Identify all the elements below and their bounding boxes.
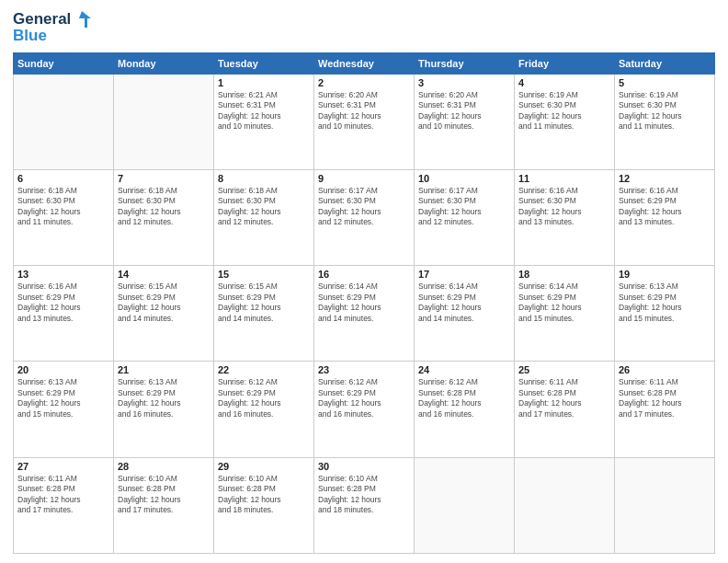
- day-info: Sunrise: 6:20 AM Sunset: 6:31 PM Dayligh…: [318, 90, 410, 132]
- page: General Blue SundayMondayTuesdayWednesda…: [0, 0, 728, 563]
- col-header-sunday: Sunday: [14, 52, 114, 74]
- calendar-cell: 14Sunrise: 6:15 AM Sunset: 6:29 PM Dayli…: [114, 266, 214, 362]
- col-header-thursday: Thursday: [415, 52, 515, 74]
- calendar-cell: 29Sunrise: 6:10 AM Sunset: 6:28 PM Dayli…: [214, 457, 314, 553]
- day-info: Sunrise: 6:11 AM Sunset: 6:28 PM Dayligh…: [17, 474, 109, 516]
- day-info: Sunrise: 6:10 AM Sunset: 6:28 PM Dayligh…: [218, 474, 310, 516]
- day-number: 28: [118, 461, 210, 472]
- col-header-wednesday: Wednesday: [314, 52, 415, 74]
- day-info: Sunrise: 6:14 AM Sunset: 6:29 PM Dayligh…: [518, 282, 610, 324]
- day-info: Sunrise: 6:18 AM Sunset: 6:30 PM Dayligh…: [218, 186, 310, 228]
- calendar-cell: 16Sunrise: 6:14 AM Sunset: 6:29 PM Dayli…: [314, 266, 415, 362]
- svg-marker-0: [79, 11, 91, 28]
- calendar-cell: 15Sunrise: 6:15 AM Sunset: 6:29 PM Dayli…: [214, 266, 314, 362]
- calendar-cell: 23Sunrise: 6:12 AM Sunset: 6:29 PM Dayli…: [314, 362, 415, 457]
- day-number: 7: [118, 173, 210, 184]
- calendar-week-row: 6Sunrise: 6:18 AM Sunset: 6:30 PM Daylig…: [14, 169, 715, 265]
- calendar-cell: 24Sunrise: 6:12 AM Sunset: 6:28 PM Dayli…: [415, 362, 515, 457]
- day-number: 15: [218, 269, 310, 280]
- header: General Blue: [13, 9, 715, 45]
- day-info: Sunrise: 6:12 AM Sunset: 6:29 PM Dayligh…: [218, 377, 310, 419]
- day-info: Sunrise: 6:14 AM Sunset: 6:29 PM Dayligh…: [418, 282, 510, 324]
- calendar-cell: 12Sunrise: 6:16 AM Sunset: 6:29 PM Dayli…: [615, 169, 715, 265]
- calendar-cell: 28Sunrise: 6:10 AM Sunset: 6:28 PM Dayli…: [114, 457, 214, 553]
- calendar-table: SundayMondayTuesdayWednesdayThursdayFrid…: [13, 52, 715, 554]
- logo-general: General: [13, 11, 71, 29]
- day-number: 9: [318, 173, 410, 184]
- calendar-week-row: 1Sunrise: 6:21 AM Sunset: 6:31 PM Daylig…: [14, 74, 715, 169]
- calendar-cell: 8Sunrise: 6:18 AM Sunset: 6:30 PM Daylig…: [214, 169, 314, 265]
- calendar-header-row: SundayMondayTuesdayWednesdayThursdayFrid…: [14, 52, 715, 74]
- day-info: Sunrise: 6:11 AM Sunset: 6:28 PM Dayligh…: [619, 377, 711, 419]
- day-number: 12: [619, 173, 711, 184]
- day-number: 5: [619, 77, 711, 88]
- col-header-friday: Friday: [515, 52, 615, 74]
- calendar-cell: 3Sunrise: 6:20 AM Sunset: 6:31 PM Daylig…: [415, 74, 515, 169]
- day-info: Sunrise: 6:17 AM Sunset: 6:30 PM Dayligh…: [418, 186, 510, 228]
- day-number: 27: [17, 461, 109, 472]
- calendar-cell: [615, 457, 715, 553]
- day-number: 25: [518, 364, 610, 375]
- day-info: Sunrise: 6:17 AM Sunset: 6:30 PM Dayligh…: [318, 186, 410, 228]
- calendar-cell: 19Sunrise: 6:13 AM Sunset: 6:29 PM Dayli…: [615, 266, 715, 362]
- day-info: Sunrise: 6:11 AM Sunset: 6:28 PM Dayligh…: [518, 377, 610, 419]
- logo: General Blue: [13, 9, 93, 45]
- calendar-cell: 26Sunrise: 6:11 AM Sunset: 6:28 PM Dayli…: [615, 362, 715, 457]
- logo-bird-icon: [73, 9, 93, 29]
- day-number: 20: [17, 364, 109, 375]
- logo-container: General Blue: [13, 9, 93, 45]
- day-info: Sunrise: 6:13 AM Sunset: 6:29 PM Dayligh…: [118, 377, 210, 419]
- day-number: 29: [218, 461, 310, 472]
- day-info: Sunrise: 6:12 AM Sunset: 6:28 PM Dayligh…: [418, 377, 510, 419]
- day-number: 10: [418, 173, 510, 184]
- day-info: Sunrise: 6:16 AM Sunset: 6:29 PM Dayligh…: [619, 186, 711, 228]
- day-number: 1: [218, 77, 310, 88]
- day-number: 8: [218, 173, 310, 184]
- day-number: 16: [318, 269, 410, 280]
- col-header-monday: Monday: [114, 52, 214, 74]
- day-number: 14: [118, 269, 210, 280]
- day-info: Sunrise: 6:15 AM Sunset: 6:29 PM Dayligh…: [118, 282, 210, 324]
- calendar-cell: 21Sunrise: 6:13 AM Sunset: 6:29 PM Dayli…: [114, 362, 214, 457]
- day-number: 11: [518, 173, 610, 184]
- day-info: Sunrise: 6:19 AM Sunset: 6:30 PM Dayligh…: [619, 90, 711, 132]
- day-info: Sunrise: 6:13 AM Sunset: 6:29 PM Dayligh…: [619, 282, 711, 324]
- calendar-cell: 13Sunrise: 6:16 AM Sunset: 6:29 PM Dayli…: [14, 266, 114, 362]
- calendar-cell: 30Sunrise: 6:10 AM Sunset: 6:28 PM Dayli…: [314, 457, 415, 553]
- calendar-cell: 17Sunrise: 6:14 AM Sunset: 6:29 PM Dayli…: [415, 266, 515, 362]
- calendar-cell: 1Sunrise: 6:21 AM Sunset: 6:31 PM Daylig…: [214, 74, 314, 169]
- calendar-cell: [515, 457, 615, 553]
- day-info: Sunrise: 6:10 AM Sunset: 6:28 PM Dayligh…: [318, 474, 410, 516]
- day-info: Sunrise: 6:14 AM Sunset: 6:29 PM Dayligh…: [318, 282, 410, 324]
- calendar-cell: 10Sunrise: 6:17 AM Sunset: 6:30 PM Dayli…: [415, 169, 515, 265]
- day-number: 4: [518, 77, 610, 88]
- calendar-week-row: 27Sunrise: 6:11 AM Sunset: 6:28 PM Dayli…: [14, 457, 715, 553]
- day-number: 17: [418, 269, 510, 280]
- day-number: 2: [318, 77, 410, 88]
- day-info: Sunrise: 6:16 AM Sunset: 6:29 PM Dayligh…: [17, 282, 109, 324]
- calendar-cell: 2Sunrise: 6:20 AM Sunset: 6:31 PM Daylig…: [314, 74, 415, 169]
- calendar-cell: 9Sunrise: 6:17 AM Sunset: 6:30 PM Daylig…: [314, 169, 415, 265]
- calendar-cell: 5Sunrise: 6:19 AM Sunset: 6:30 PM Daylig…: [615, 74, 715, 169]
- day-info: Sunrise: 6:20 AM Sunset: 6:31 PM Dayligh…: [418, 90, 510, 132]
- calendar-cell: 7Sunrise: 6:18 AM Sunset: 6:30 PM Daylig…: [114, 169, 214, 265]
- col-header-tuesday: Tuesday: [214, 52, 314, 74]
- calendar-cell: 4Sunrise: 6:19 AM Sunset: 6:30 PM Daylig…: [515, 74, 615, 169]
- calendar-cell: 18Sunrise: 6:14 AM Sunset: 6:29 PM Dayli…: [515, 266, 615, 362]
- day-info: Sunrise: 6:19 AM Sunset: 6:30 PM Dayligh…: [518, 90, 610, 132]
- day-number: 3: [418, 77, 510, 88]
- day-number: 19: [619, 269, 711, 280]
- calendar-cell: 22Sunrise: 6:12 AM Sunset: 6:29 PM Dayli…: [214, 362, 314, 457]
- calendar-cell: [14, 74, 114, 169]
- calendar-cell: 6Sunrise: 6:18 AM Sunset: 6:30 PM Daylig…: [14, 169, 114, 265]
- day-info: Sunrise: 6:18 AM Sunset: 6:30 PM Dayligh…: [118, 186, 210, 228]
- day-number: 6: [17, 173, 109, 184]
- calendar-week-row: 13Sunrise: 6:16 AM Sunset: 6:29 PM Dayli…: [14, 266, 715, 362]
- day-number: 30: [318, 461, 410, 472]
- col-header-saturday: Saturday: [615, 52, 715, 74]
- day-number: 21: [118, 364, 210, 375]
- logo-blue: Blue: [13, 28, 93, 45]
- calendar-cell: [114, 74, 214, 169]
- calendar-cell: 11Sunrise: 6:16 AM Sunset: 6:30 PM Dayli…: [515, 169, 615, 265]
- day-number: 22: [218, 364, 310, 375]
